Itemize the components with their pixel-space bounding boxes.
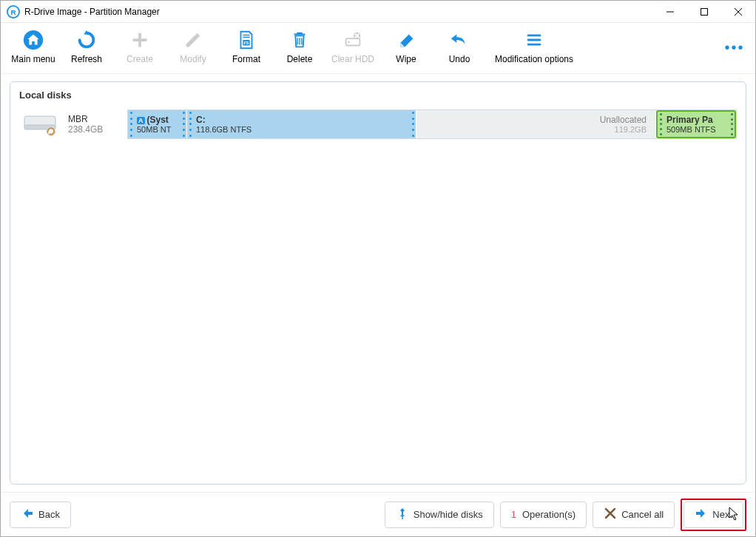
disk-size: 238.4GB [68, 124, 120, 135]
partition-size: 509MB NTFS [666, 125, 726, 134]
main-area: Local disks MBR 238.4GB [1, 74, 755, 492]
svg-point-15 [348, 41, 350, 43]
svg-rect-20 [527, 39, 541, 41]
next-label: Next [712, 509, 732, 520]
eraser-icon [395, 27, 417, 53]
partition-unallocated[interactable]: Unallocated 119.2GB [416, 110, 656, 138]
delete-button[interactable]: Delete [273, 24, 326, 70]
toolbar-overflow-button[interactable]: ••• [720, 39, 749, 56]
partition-system[interactable]: A(Syst 50MB NT [128, 110, 187, 138]
next-button[interactable]: Next [684, 501, 743, 528]
disk-scheme: MBR [68, 114, 120, 124]
disk-icon [19, 112, 61, 137]
cancel-all-label: Cancel all [621, 509, 664, 520]
wipe-label: Wipe [396, 54, 416, 64]
home-icon [22, 27, 44, 53]
minimize-button[interactable] [653, 1, 687, 22]
refresh-label: Refresh [71, 54, 102, 64]
disk-row: MBR 238.4GB A(Syst 50MB NT C: [19, 109, 737, 139]
operations-button[interactable]: 1 Operation(s) [500, 501, 587, 528]
next-highlight: Next [681, 499, 746, 531]
main-menu-button[interactable]: Main menu [7, 24, 60, 70]
clear-hdd-icon [342, 27, 364, 53]
partition-c[interactable]: C: 118.6GB NTFS [187, 110, 416, 138]
clear-hdd-button: Clear HDD [326, 24, 379, 70]
create-button: Create [113, 24, 166, 70]
operations-label: Operation(s) [522, 509, 576, 520]
partition-name: C: [196, 115, 407, 125]
format-icon: FS [235, 27, 257, 53]
modify-button: Modify [166, 24, 220, 70]
delete-label: Delete [287, 54, 313, 64]
panel-title: Local disks [19, 90, 737, 101]
undo-button[interactable]: Undo [433, 24, 486, 70]
toolbar: Main menu Refresh Create Modify FS Forma… [1, 23, 755, 74]
arrow-left-icon [21, 507, 34, 522]
back-button[interactable]: Back [10, 501, 71, 528]
partition-size: 118.6GB NTFS [196, 125, 407, 134]
cancel-icon [604, 507, 617, 522]
maximize-button[interactable] [687, 1, 721, 22]
format-button[interactable]: FS Format [220, 24, 273, 70]
footer: Back Show/hide disks 1 Operation(s) Canc… [1, 492, 755, 536]
wipe-button[interactable]: Wipe [379, 24, 433, 70]
active-badge: A [137, 117, 145, 124]
options-icon [523, 27, 545, 53]
svg-text:R: R [10, 7, 16, 16]
cancel-all-button[interactable]: Cancel all [593, 501, 675, 528]
partition-name: Primary Pa [666, 115, 726, 125]
refresh-button[interactable]: Refresh [60, 24, 113, 70]
modify-label: Modify [180, 54, 206, 64]
show-hide-label: Show/hide disks [414, 509, 483, 520]
pin-icon [396, 507, 409, 522]
svg-text:FS: FS [243, 41, 249, 45]
operations-count: 1 [511, 509, 516, 520]
svg-rect-19 [527, 35, 541, 37]
local-disks-panel: Local disks MBR 238.4GB [10, 81, 746, 484]
partition-primary-selected[interactable]: Primary Pa 509MB NTFS [656, 110, 736, 138]
trash-icon [288, 27, 311, 53]
partition-name: A(Syst [137, 115, 178, 125]
disk-info: MBR 238.4GB [68, 114, 120, 135]
svg-rect-3 [701, 8, 708, 15]
main-menu-label: Main menu [11, 54, 55, 64]
window-controls [653, 1, 755, 22]
modification-options-button[interactable]: Modification options [486, 24, 582, 70]
title-bar: R R-Drive Image - Partition Manager [1, 1, 755, 23]
app-icon: R [7, 5, 20, 18]
undo-label: Undo [449, 54, 470, 64]
mod-options-label: Modification options [495, 54, 573, 64]
disk-map: A(Syst 50MB NT C: 118.6GB NTFS Unallocat… [127, 109, 737, 139]
refresh-icon [75, 27, 98, 53]
partition-size: 119.2GB [615, 125, 647, 134]
window-title: R-Drive Image - Partition Manager [24, 7, 653, 17]
plus-icon [129, 27, 151, 53]
back-label: Back [38, 509, 60, 520]
show-hide-disks-button[interactable]: Show/hide disks [385, 501, 494, 528]
clear-hdd-label: Clear HDD [331, 54, 374, 64]
format-label: Format [232, 54, 260, 64]
partition-size: 50MB NT [137, 125, 178, 134]
undo-icon [448, 27, 470, 53]
pencil-icon [182, 27, 204, 53]
create-label: Create [126, 54, 153, 64]
svg-rect-21 [527, 44, 541, 46]
arrow-right-icon [695, 507, 708, 522]
partition-name: Unallocated [600, 115, 647, 125]
close-button[interactable] [721, 1, 755, 22]
